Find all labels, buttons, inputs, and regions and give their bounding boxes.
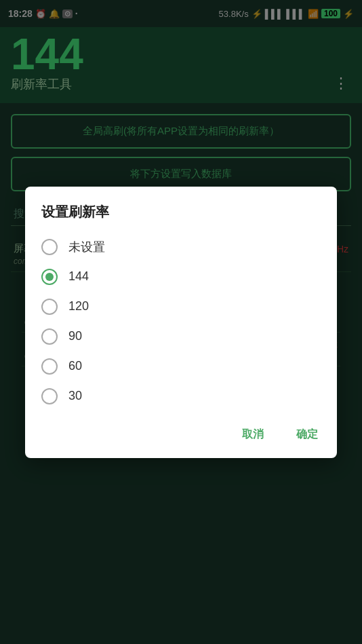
radio-circle-120 bbox=[41, 299, 58, 315]
radio-option-30[interactable]: 30 bbox=[36, 381, 326, 411]
dialog-options: 未设置 144 120 90 60 30 bbox=[25, 232, 337, 417]
radio-option-none[interactable]: 未设置 bbox=[36, 232, 326, 262]
radio-circle-90 bbox=[41, 328, 58, 345]
radio-circle-60 bbox=[41, 358, 58, 375]
cancel-button[interactable]: 取消 bbox=[234, 422, 272, 447]
radio-option-60[interactable]: 60 bbox=[36, 352, 326, 381]
refresh-rate-dialog: 设置刷新率 未设置 144 120 90 60 bbox=[25, 187, 337, 458]
radio-label-none: 未设置 bbox=[68, 239, 105, 255]
radio-option-144[interactable]: 144 bbox=[36, 262, 326, 292]
radio-circle-none bbox=[41, 239, 58, 255]
radio-circle-30 bbox=[41, 388, 58, 404]
radio-label-144: 144 bbox=[68, 269, 89, 284]
confirm-button[interactable]: 确定 bbox=[288, 422, 326, 447]
radio-label-120: 120 bbox=[68, 299, 89, 314]
dialog-actions: 取消 确定 bbox=[25, 417, 337, 458]
radio-option-120[interactable]: 120 bbox=[36, 292, 326, 322]
radio-inner-144 bbox=[45, 273, 54, 281]
dialog-title: 设置刷新率 bbox=[25, 187, 337, 232]
radio-option-90[interactable]: 90 bbox=[36, 322, 326, 352]
radio-label-90: 90 bbox=[68, 329, 82, 343]
radio-circle-144 bbox=[41, 269, 58, 285]
radio-label-30: 30 bbox=[68, 389, 82, 403]
radio-label-60: 60 bbox=[68, 359, 82, 373]
